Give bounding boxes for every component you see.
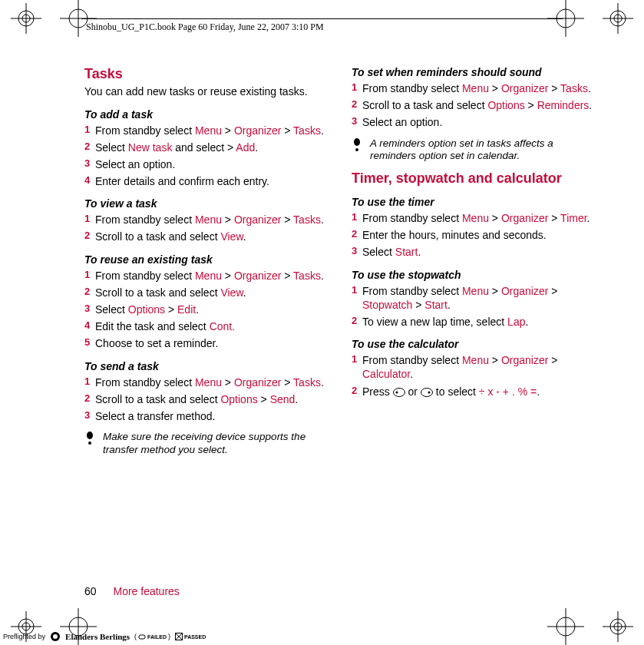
brand-name: Elanders Berlings (65, 632, 130, 641)
page-number: 60 (84, 585, 97, 597)
registration-mark-icon (603, 3, 633, 34)
svg-point-15 (88, 442, 91, 445)
tasks-intro: You can add new tasks or reuse existing … (84, 85, 333, 99)
transfer-note: Make sure the receiving device supports … (84, 431, 333, 457)
use-timer-steps: 1From standby select Menu > Organizer > … (352, 211, 600, 260)
send-task-title: To send a task (84, 360, 333, 372)
info-icon (84, 431, 95, 446)
passed-badge: PASSED (175, 633, 206, 640)
left-column: Tasks You can add new tasks or reuse exi… (84, 66, 333, 465)
reminders-note: A reminders option set in tasks affects … (352, 137, 600, 164)
tasks-heading: Tasks (84, 66, 333, 82)
registration-mark-icon (603, 611, 633, 642)
svg-point-14 (87, 432, 93, 439)
add-task-title: To add a task (84, 108, 333, 121)
svg-rect-38 (139, 635, 145, 639)
svg-point-20 (421, 388, 432, 396)
add-task-steps: 1From standby select Menu > Organizer > … (84, 124, 333, 189)
failed-badge: ( FAILED ) (134, 633, 170, 640)
right-column: To set when reminders should sound 1From… (352, 66, 600, 465)
transfer-note-text: Make sure the receiving device supports … (103, 431, 333, 457)
svg-point-17 (355, 148, 358, 151)
send-task-steps: 1From standby select Menu > Organizer > … (84, 375, 333, 424)
svg-point-18 (393, 388, 405, 396)
page-footer: 60 More features (84, 585, 180, 597)
nav-right-key-icon (421, 388, 433, 397)
info-icon (352, 137, 362, 153)
brand-logo-icon (50, 631, 61, 642)
use-timer-title: To use the timer (352, 196, 600, 208)
reuse-task-title: To reuse an existing task (84, 253, 333, 266)
use-stopwatch-title: To use the stopwatch (352, 269, 600, 281)
svg-point-37 (53, 634, 58, 639)
preflight-label: Preflighted by (3, 633, 45, 640)
crop-marks-top: Shinobu_UG_P1C.book Page 60 Friday, June… (0, 0, 644, 37)
crosshair-icon (547, 0, 584, 37)
crosshair-icon (547, 608, 584, 645)
svg-point-16 (354, 138, 360, 146)
view-task-title: To view a task (84, 197, 333, 210)
use-calculator-steps: 1From standby select Menu > Organizer > … (352, 353, 600, 399)
page-content: Tasks You can add new tasks or reuse exi… (84, 66, 600, 465)
reuse-task-steps: 1From standby select Menu > Organizer > … (84, 269, 333, 351)
footer-title: More features (113, 585, 179, 597)
use-stopwatch-steps: 1From standby select Menu > Organizer > … (352, 284, 600, 329)
preflight-stamp: Preflighted by Elanders Berlings ( FAILE… (3, 631, 206, 642)
svg-point-19 (395, 391, 398, 393)
reminders-title: To set when reminders should sound (352, 66, 600, 78)
svg-point-21 (428, 391, 430, 393)
page-header-text: Shinobu_UG_P1C.book Page 60 Friday, June… (86, 22, 324, 33)
nav-left-key-icon (393, 388, 405, 397)
reminders-steps: 1From standby select Menu > Organizer > … (352, 81, 600, 130)
registration-mark-icon (11, 3, 41, 34)
view-task-steps: 1From standby select Menu > Organizer > … (84, 213, 333, 243)
timer-heading: Timer, stopwatch and calculator (352, 170, 600, 187)
reminders-note-text: A reminders option set in tasks affects … (370, 137, 600, 164)
use-calculator-title: To use the calculator (352, 338, 600, 350)
